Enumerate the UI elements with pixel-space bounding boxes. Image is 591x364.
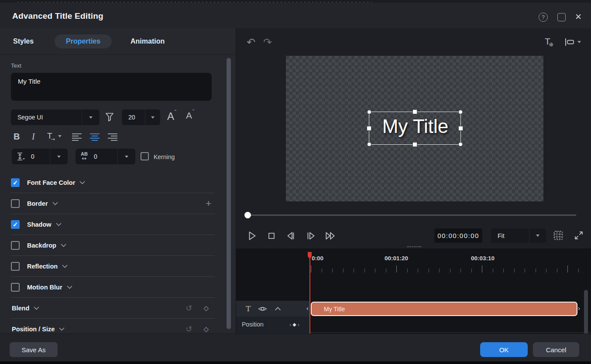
- increase-font-size-icon[interactable]: Aˆ: [167, 110, 176, 122]
- add-border-icon[interactable]: +: [206, 198, 211, 209]
- motion-blur-checkbox[interactable]: [11, 283, 20, 292]
- text-transform-icon[interactable]: T→: [47, 131, 62, 141]
- section-backdrop[interactable]: Backdrop: [11, 235, 215, 256]
- align-left-icon[interactable]: [72, 133, 82, 141]
- grid-icon[interactable]: [552, 229, 565, 242]
- reset-icon[interactable]: ↺: [186, 303, 192, 313]
- resize-handle-nw[interactable]: [367, 110, 371, 114]
- tab-bar: Styles Properties Animation: [0, 28, 236, 55]
- clip-label: My Title: [324, 306, 345, 313]
- save-as-button[interactable]: Save As: [10, 342, 58, 357]
- tab-animation[interactable]: Animation: [131, 34, 165, 48]
- letter-spacing-control[interactable]: AB ↔ 0: [76, 149, 135, 164]
- resize-handle-se[interactable]: [458, 142, 463, 146]
- align-right-icon[interactable]: [107, 133, 117, 141]
- ok-button[interactable]: OK: [480, 342, 528, 357]
- resize-handle-ne[interactable]: [458, 110, 463, 114]
- resize-handle-w[interactable]: [367, 126, 371, 131]
- resize-handle-s[interactable]: [412, 142, 417, 147]
- visibility-eye-icon[interactable]: [258, 306, 267, 312]
- clip-trim-left-icon[interactable]: ‹: [306, 304, 309, 312]
- seek-bar[interactable]: [251, 214, 576, 216]
- resize-handle-e[interactable]: [458, 126, 463, 131]
- resize-handle-n[interactable]: [412, 109, 417, 114]
- undo-icon[interactable]: ↶: [247, 36, 255, 48]
- chevron-down-icon[interactable]: [34, 306, 39, 310]
- line-spacing-control[interactable]: 0: [12, 149, 68, 164]
- tab-styles[interactable]: Styles: [13, 34, 34, 48]
- resize-handle-sw[interactable]: [367, 142, 371, 146]
- border-checkbox[interactable]: [11, 199, 20, 208]
- stop-icon[interactable]: [265, 229, 278, 242]
- ruler-ticks[interactable]: [311, 265, 584, 272]
- line-spacing-dropdown-arrow[interactable]: [50, 149, 68, 164]
- collapse-chevron-up-icon[interactable]: [275, 307, 281, 311]
- previous-frame-icon[interactable]: [285, 229, 298, 242]
- preview-canvas[interactable]: My Title: [286, 56, 543, 201]
- text-track-icon: T: [246, 304, 251, 313]
- keyframe-diamond-icon[interactable]: ◇: [203, 325, 209, 333]
- seek-handle[interactable]: [244, 212, 251, 218]
- panel-scrollbar[interactable]: [227, 58, 231, 329]
- font-face-color-checkbox[interactable]: [11, 178, 20, 187]
- section-reflection[interactable]: Reflection: [11, 256, 215, 277]
- play-icon[interactable]: [245, 229, 258, 242]
- help-icon[interactable]: ?: [539, 13, 548, 22]
- font-size-select[interactable]: 20: [122, 109, 160, 125]
- panel-resize-handle[interactable]: [407, 246, 421, 247]
- close-icon[interactable]: ✕: [573, 11, 584, 22]
- font-size-dropdown-arrow[interactable]: [145, 109, 160, 125]
- add-text-icon[interactable]: T⊕: [545, 36, 555, 47]
- line-spacing-icon: [17, 152, 25, 161]
- maximize-icon[interactable]: [557, 13, 566, 21]
- shadow-checkbox[interactable]: [11, 220, 20, 229]
- add-keyframe-icon[interactable]: ◆: [292, 322, 296, 327]
- chevron-down-icon[interactable]: [67, 286, 72, 289]
- fullscreen-icon[interactable]: [572, 229, 585, 242]
- title-text-input[interactable]: My Title: [11, 73, 212, 101]
- font-family-dropdown-arrow[interactable]: [82, 109, 100, 125]
- preview-title-text[interactable]: My Title: [369, 116, 461, 137]
- fast-forward-icon[interactable]: [324, 229, 337, 242]
- backdrop-checkbox[interactable]: [11, 241, 20, 250]
- section-border[interactable]: Border +: [11, 193, 215, 214]
- section-font-face-color[interactable]: Font Face Color: [11, 172, 215, 193]
- reset-icon[interactable]: ↺: [186, 324, 192, 333]
- redo-icon[interactable]: ↷: [263, 36, 272, 48]
- decrease-font-size-icon[interactable]: Aˇ: [186, 110, 194, 121]
- chevron-down-icon[interactable]: [79, 181, 85, 184]
- align-position-icon[interactable]: [564, 38, 581, 46]
- title-clip[interactable]: My Title: [311, 302, 577, 316]
- prev-keyframe-icon[interactable]: ‹: [289, 321, 291, 328]
- italic-icon[interactable]: I: [32, 132, 35, 142]
- font-filter-icon[interactable]: [105, 112, 114, 122]
- tab-styles-label: Styles: [13, 37, 34, 45]
- tab-properties[interactable]: Properties: [55, 34, 112, 48]
- reflection-checkbox[interactable]: [11, 262, 20, 271]
- bold-icon[interactable]: B: [14, 132, 20, 142]
- align-center-icon[interactable]: [89, 133, 100, 141]
- font-family-select[interactable]: Segoe UI: [11, 109, 100, 125]
- advanced-title-editing-dialog: Advanced Title Editing ? ✕ Styles Proper…: [0, 0, 591, 364]
- kerning-checkbox[interactable]: [141, 152, 149, 160]
- zoom-mode-select[interactable]: Fit: [491, 228, 546, 243]
- next-frame-icon[interactable]: [304, 229, 317, 242]
- chevron-down-icon[interactable]: [52, 202, 58, 205]
- title-selection-box[interactable]: My Title: [369, 112, 461, 145]
- playhead-flag[interactable]: [308, 252, 312, 259]
- keyframe-diamond-icon[interactable]: ◇: [203, 304, 209, 312]
- clip-trim-right-icon[interactable]: ›: [578, 304, 580, 312]
- section-position-size[interactable]: Position / Size ↺ ◇: [11, 319, 215, 333]
- zoom-mode-dropdown-arrow[interactable]: [529, 228, 546, 243]
- chevron-down-icon[interactable]: [56, 223, 62, 226]
- cancel-button[interactable]: Cancel: [533, 342, 579, 357]
- chevron-down-icon[interactable]: [61, 244, 66, 247]
- letter-spacing-dropdown-arrow[interactable]: [117, 149, 135, 164]
- section-motion-blur[interactable]: Motion Blur: [11, 277, 215, 298]
- chevron-down-icon[interactable]: [62, 265, 68, 268]
- section-shadow[interactable]: Shadow: [11, 214, 215, 235]
- next-keyframe-icon[interactable]: ›: [298, 321, 299, 328]
- section-blend[interactable]: Blend ↺ ◇: [11, 298, 215, 319]
- chevron-down-icon[interactable]: [59, 327, 65, 331]
- section-label: Backdrop: [27, 242, 56, 249]
